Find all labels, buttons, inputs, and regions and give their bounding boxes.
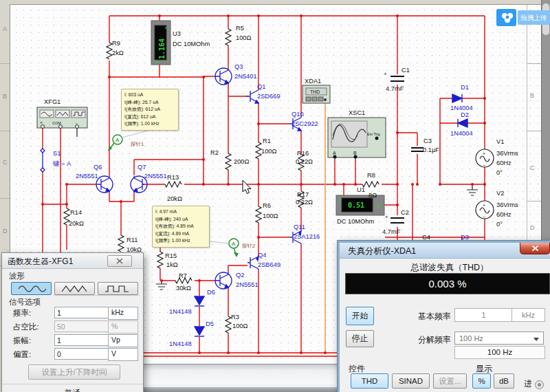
schematic-label: R8 [367, 172, 375, 179]
square-wave-button[interactable] [98, 282, 138, 295]
border-letter: B [3, 93, 7, 100]
frequency-unit[interactable]: kHz [108, 307, 138, 320]
schematic-label: 100Ω [263, 213, 278, 219]
transistor-Q4 [248, 255, 258, 270]
schematic-label: 2N5401 [234, 73, 257, 80]
dialog-titlebar[interactable]: 失真分析仪-XDA1 [340, 243, 550, 259]
set-rise-fall-button[interactable]: 设置上升/下降时间 [28, 364, 120, 380]
duty-cycle-unit: % [108, 320, 138, 334]
db-button[interactable]: dB [494, 373, 514, 389]
schematic-label: V [377, 203, 381, 210]
schematic-label: 2SC2922 [292, 120, 318, 127]
resolution-freq-dropdown[interactable]: 100 Hz [454, 331, 544, 345]
schematic-label: COM [52, 121, 61, 125]
schematic-label: R11 [126, 237, 138, 243]
sine-wave-button[interactable] [11, 282, 52, 295]
resistor-R3 [226, 316, 231, 333]
multisim-workspace: +− +− [0, 0, 550, 392]
schematic-label: 20kΩ [69, 220, 84, 227]
schematic-label: 键 = A [52, 160, 72, 167]
oscilloscope-icon[interactable] [328, 118, 386, 159]
amplitude-input[interactable] [54, 334, 111, 346]
schematic-label: A [232, 241, 236, 247]
transistor-Q6 [96, 176, 113, 193]
schematic-label: R9 [112, 40, 120, 47]
schematic-label: R7 [179, 272, 187, 279]
border-divider [527, 131, 541, 131]
schematic-label: Q2 [236, 272, 244, 279]
schematic-label: C2 [401, 209, 409, 216]
probe-reading-line: I(频率): 1.00 kHz [124, 120, 175, 128]
settings-button[interactable]: 设置... [433, 373, 467, 389]
border-letter: C [530, 164, 535, 171]
probe-tooltip-1: I: 603 uAI(峰-峰): 26.7 uAI(有效值): 612 uAI(… [121, 89, 179, 131]
function-generator-icon[interactable] [37, 107, 87, 129]
schematic-label: XDA1 [305, 78, 321, 85]
divider [2, 384, 143, 384]
source-V2[interactable]: +− [476, 201, 494, 219]
schematic-label: DC 10MOhm [173, 41, 210, 47]
start-button[interactable]: 开始 [346, 307, 374, 325]
percent-button[interactable]: % [472, 373, 491, 389]
resistor-R6 [256, 206, 261, 223]
schematic-label: D6 [207, 289, 215, 296]
switch-S1[interactable] [41, 149, 45, 172]
svg-text:−: − [483, 215, 485, 219]
resistor-R15 [157, 252, 163, 268]
schematic-label: 36Vrms [496, 202, 518, 208]
schematic-label: 0.1µF [423, 146, 439, 153]
thd-header: 总谐波失真（THD） [340, 262, 550, 274]
schematic-label: Q7 [138, 164, 146, 171]
resistor-R11 [118, 235, 124, 252]
schematic-label: 200Ω [234, 158, 250, 165]
schematic-label: 100Ω [232, 323, 248, 329]
capacitors[interactable] [390, 76, 424, 223]
progress-radio-icon[interactable] [535, 380, 544, 389]
schematic-label: + [338, 197, 342, 204]
duty-cycle-input[interactable] [54, 320, 111, 332]
schematic-label: C3 [424, 138, 432, 144]
close-icon [531, 245, 539, 252]
waveform-section-label: 波形 [9, 271, 25, 281]
fundamental-freq-value[interactable]: 1 [454, 308, 513, 322]
offset-input[interactable] [54, 348, 111, 360]
sinad-mode-button[interactable]: SINAD [392, 373, 430, 389]
function-generator-dialog[interactable]: 函数发生器-XFG1 波形 信号选项 频率: kHz 占空比: % 振幅: Vp… [1, 252, 144, 392]
schematic-label: 60Hz [496, 211, 512, 218]
offset-unit[interactable]: V [108, 348, 138, 361]
stop-button[interactable]: 停止 [346, 330, 374, 347]
triangle-wave-icon [60, 284, 89, 294]
schematic-label: R1 [263, 138, 271, 144]
thd-mode-button[interactable]: THD [351, 373, 388, 389]
schematic-label: 1N4148 [169, 340, 192, 347]
diode-D5 [195, 327, 204, 336]
probe-tooltip-2: I: 4.97 mAI(峰-峰): 240 uAI(有效值): 4.89 mAI… [152, 206, 210, 248]
close-button[interactable] [107, 255, 132, 267]
schematic-label: 0° [496, 169, 503, 176]
signal-options-label: 信号选项 [9, 297, 41, 307]
triangle-wave-button[interactable] [54, 282, 95, 295]
schematic-label: U1 [357, 186, 365, 193]
border-letter: A [3, 25, 7, 32]
drag-upload-button[interactable]: 拖拽上传 [496, 9, 550, 26]
upload-cluster-icon [496, 9, 516, 26]
schematic-label: 4.7mF [386, 85, 404, 92]
schematic-label: 2SA1216 [294, 233, 320, 240]
frequency-input[interactable] [54, 307, 111, 318]
schematic-label: C1 [402, 67, 410, 74]
schematic-label: 2N5551 [236, 281, 258, 288]
dialog-titlebar[interactable]: 函数发生器-XFG1 [2, 253, 143, 269]
upload-label: 拖拽上传 [518, 10, 550, 25]
distortion-analyzer-icon[interactable] [302, 85, 330, 103]
source-V1[interactable]: +− [476, 149, 494, 168]
schematic-label: R2 [210, 149, 219, 156]
border-letter: D [530, 224, 535, 231]
close-button[interactable] [520, 243, 550, 254]
border-divider [0, 198, 10, 199]
schematic-label: 60Hz [496, 160, 512, 166]
distortion-analyzer-dialog[interactable]: 失真分析仪-XDA1 总谐波失真（THD） 0.003 % 开始 停止 基本频率… [338, 241, 550, 392]
capacitor-C2 [390, 218, 404, 223]
amplitude-unit[interactable]: Vp [108, 334, 138, 347]
schematic-label: 20kΩ [167, 195, 182, 202]
footer-section-label: 普通 [2, 388, 143, 392]
